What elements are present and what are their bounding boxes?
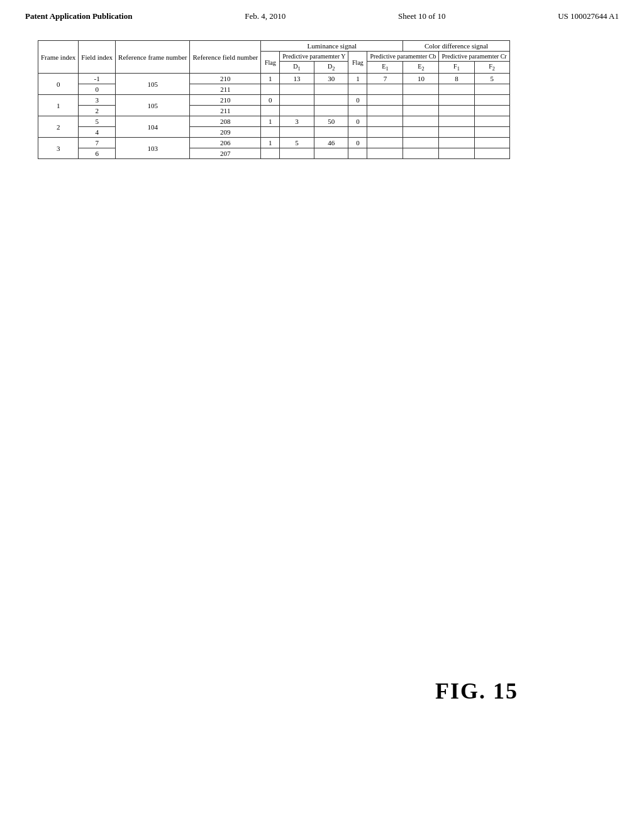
lum-flag-1-row2a: 1 [261, 116, 280, 127]
table-row: 3 7 103 206 1 5 46 0 [38, 138, 510, 148]
color-pred-cb-header: Predictive paramemter Cb [367, 52, 439, 62]
color-flag-empty-row2b [348, 127, 367, 138]
color-f1-empty-row3a [439, 138, 474, 148]
color-flag-0-row2a: 0 [348, 116, 367, 127]
color-e2-empty-row1b [403, 106, 439, 116]
table-row: 2 211 [38, 106, 510, 116]
color-f2-empty-row1a [474, 95, 509, 106]
data-table: Frame index Field index Reference frame … [38, 40, 510, 159]
lum-flag-empty-row3b [261, 148, 280, 159]
color-e2-10: 10 [403, 74, 439, 84]
ref-field-209: 209 [190, 127, 261, 138]
lum-d1-empty-row3b [280, 148, 314, 159]
field-6: 6 [79, 148, 116, 159]
color-e2-empty-row3b [403, 148, 439, 159]
ref-frame-header: Reference frame number [116, 41, 190, 74]
lum-d2-46-row3a: 46 [314, 138, 348, 148]
field-7: 7 [79, 138, 116, 148]
color-f2-empty-row0b [474, 84, 509, 95]
color-f2-empty-row2b [474, 127, 509, 138]
table-row: 0 -1 105 210 1 13 30 1 7 10 8 5 [38, 74, 510, 84]
color-e1-empty-row1a [367, 95, 403, 106]
color-e2-empty-row0b [403, 84, 439, 95]
color-f2-5: 5 [474, 74, 509, 84]
color-f1-header: F1 [439, 62, 474, 74]
color-e2-empty-row1a [403, 95, 439, 106]
page-header: Patent Application Publication Feb. 4, 2… [0, 0, 644, 28]
ref-field-210-b: 210 [190, 95, 261, 106]
color-e1-empty-row3b [367, 148, 403, 159]
ref-field-206: 206 [190, 138, 261, 148]
table-row: 4 209 [38, 127, 510, 138]
ref-field-208: 208 [190, 116, 261, 127]
color-f2-empty-row3b [474, 148, 509, 159]
color-f1-empty-row0b [439, 84, 474, 95]
ref-field-207: 207 [190, 148, 261, 159]
lum-pred-y-header: Predictive paramemter Y [280, 52, 348, 62]
color-flag-empty-row3b [348, 148, 367, 159]
ref-field-211: 211 [190, 84, 261, 95]
lum-d2-30: 30 [314, 74, 348, 84]
table-row: 0 211 [38, 84, 510, 95]
color-flag-empty-row0b [348, 84, 367, 95]
color-e1-empty-row3a [367, 138, 403, 148]
color-f2-empty-row2a [474, 116, 509, 127]
color-diff-header: Color difference signal [403, 41, 509, 52]
ref-frame-105-b: 105 [116, 95, 190, 116]
color-flag-0-row3a: 0 [348, 138, 367, 148]
color-f2-empty-row1b [474, 106, 509, 116]
color-e1-header: E1 [367, 62, 403, 74]
color-e1-empty-row0b [367, 84, 403, 95]
field-5: 5 [79, 116, 116, 127]
color-f2-empty-row3a [474, 138, 509, 148]
header-patent: US 100027644 A1 [558, 11, 619, 21]
header-left: Patent Application Publication [25, 11, 132, 21]
color-e1-empty-row2a [367, 116, 403, 127]
lum-d1-header: D1 [280, 62, 314, 74]
fig-text: FIG. 15 [435, 678, 518, 704]
ref-frame-103: 103 [116, 138, 190, 159]
luminance-signal-header: Luminance signal [261, 41, 403, 52]
header-sheet: Sheet 10 of 10 [398, 11, 445, 21]
lum-flag-header: Flag [261, 52, 280, 74]
frame-1: 1 [38, 95, 79, 116]
color-flag-0-row1a: 0 [348, 95, 367, 106]
frame-index-header: Frame index [38, 41, 79, 74]
frame-3: 3 [38, 138, 79, 159]
lum-d1-3-row2a: 3 [280, 116, 314, 127]
color-pred-cr-header: Predictive paramemter Cr [439, 52, 509, 62]
ref-frame-104: 104 [116, 116, 190, 138]
color-flag-empty-row1b [348, 106, 367, 116]
color-flag-header: Flag [348, 52, 367, 74]
main-table-container: Frame index Field index Reference frame … [38, 40, 644, 159]
lum-flag-0-row1a: 0 [261, 95, 280, 106]
lum-d1-empty-row2b [280, 127, 314, 138]
color-f1-8: 8 [439, 74, 474, 84]
color-e2-header: E2 [403, 62, 439, 74]
color-flag-1-row0: 1 [348, 74, 367, 84]
field-3: 3 [79, 95, 116, 106]
field-neg1: -1 [79, 74, 116, 84]
color-f2-header: F2 [474, 62, 509, 74]
lum-d2-empty-row1b [314, 106, 348, 116]
lum-flag-empty-row2b [261, 127, 280, 138]
lum-d1-empty-row0b [280, 84, 314, 95]
field-2: 2 [79, 106, 116, 116]
lum-d1-empty-row1a [280, 95, 314, 106]
color-f1-empty-row2b [439, 127, 474, 138]
color-e2-empty-row3a [403, 138, 439, 148]
lum-d1-empty-row1b [280, 106, 314, 116]
lum-d2-empty-row0b [314, 84, 348, 95]
lum-d2-empty-row3b [314, 148, 348, 159]
field-index-header: Field index [79, 41, 116, 74]
color-e2-empty-row2b [403, 127, 439, 138]
ref-field-211-b: 211 [190, 106, 261, 116]
lum-d2-empty-row2b [314, 127, 348, 138]
color-f1-empty-row3b [439, 148, 474, 159]
table-row: 6 207 [38, 148, 510, 159]
figure-label: FIG. 15 [435, 678, 518, 704]
frame-2: 2 [38, 116, 79, 138]
ref-frame-105: 105 [116, 74, 190, 95]
color-e1-7: 7 [367, 74, 403, 84]
lum-flag-1-row0: 1 [261, 74, 280, 84]
